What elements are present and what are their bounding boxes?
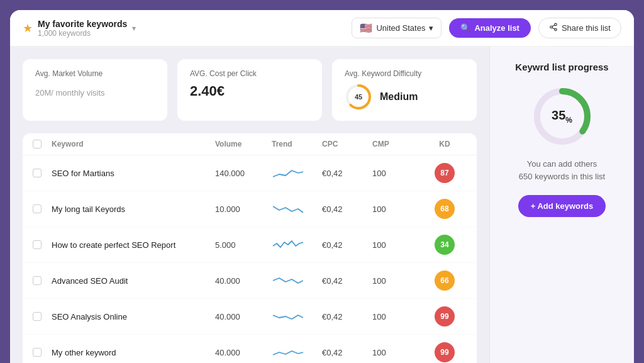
th-cpc: CPC: [322, 140, 372, 148]
cpc-cell: €0,42: [322, 240, 372, 250]
right-panel: Keywrd list progress 35% You can add oth…: [489, 47, 634, 363]
th-kd: KD: [423, 140, 467, 148]
row-checkbox[interactable]: [33, 169, 42, 177]
cmp-cell: 100: [372, 240, 423, 250]
volume-cell: 40.000: [215, 276, 272, 286]
row-checkbox[interactable]: [33, 204, 42, 213]
flag-icon: 🇺🇸: [360, 22, 372, 34]
list-text: My favorite keywords 1,000 keywords: [38, 19, 127, 38]
kd-badge: 99: [435, 342, 455, 362]
row-checkbox[interactable]: [33, 312, 42, 321]
analyze-label: Analyze list: [474, 23, 519, 33]
share-label: Share this list: [562, 23, 611, 33]
svg-line-3: [552, 28, 555, 29]
svg-point-0: [555, 23, 557, 26]
difficulty-card: Avg. Keyword Difficulty 45 Medium: [332, 59, 477, 121]
kd-badge: 87: [435, 163, 455, 183]
progress-ring-container: 35%: [531, 85, 594, 148]
th-trend: Trend: [272, 140, 322, 148]
volume-cell: 10.000: [215, 204, 272, 214]
table-row: My other keyword 40.000 €0,42 100 99: [23, 335, 477, 363]
keywords-table: Keyword Volume Trend CPC CMP KD SEO for …: [23, 133, 477, 363]
table-row: How to create perfect SEO Report 5.000 €…: [23, 227, 477, 263]
row-checkbox[interactable]: [33, 276, 42, 285]
cpc-cell: €0,42: [322, 276, 372, 286]
progress-title: Keywrd list progress: [515, 62, 608, 72]
table-row: SEO Analysis Online 40.000 €0,42 100 99: [23, 299, 477, 335]
country-selector[interactable]: 🇺🇸 United States ▾: [352, 18, 441, 38]
cpc-cell: €0,42: [322, 312, 372, 321]
table-header: Keyword Volume Trend CPC CMP KD: [23, 133, 477, 155]
difficulty-level: Medium: [380, 91, 418, 103]
content: Avg. Market Volume 20M/ monthly visits A…: [10, 47, 634, 363]
th-cmp: CMP: [372, 140, 423, 148]
th-volume: Volume: [215, 140, 272, 148]
progress-percent: 35%: [552, 108, 572, 125]
trend-cell: [272, 345, 322, 360]
svg-line-4: [552, 25, 555, 26]
difficulty-label: Avg. Keyword Difficulty: [345, 69, 464, 78]
volume-cell: 40.000: [215, 348, 272, 357]
keyword-name: How to create perfect SEO Report: [52, 240, 215, 250]
progress-description: You can add others650 keywords in this l…: [519, 158, 605, 182]
cpc-cell: €0,42: [322, 169, 372, 178]
cmp-cell: 100: [372, 348, 423, 357]
cmp-cell: 100: [372, 204, 423, 214]
search-icon: 🔍: [460, 23, 470, 33]
cmp-cell: 100: [372, 276, 423, 286]
keyword-name: SEO Analysis Online: [52, 312, 215, 321]
list-dropdown-icon[interactable]: ▾: [132, 24, 136, 33]
row-checkbox[interactable]: [33, 348, 42, 357]
country-chevron-icon: ▾: [429, 23, 433, 33]
analyze-button[interactable]: 🔍 Analyze list: [449, 18, 531, 38]
row-checkbox[interactable]: [33, 240, 42, 249]
svg-point-2: [555, 28, 557, 31]
th-keyword: Keyword: [52, 140, 215, 148]
table-row: My long tail Keyords 10.000 €0,42 100 68: [23, 191, 477, 227]
difficulty-score: 45: [355, 93, 362, 101]
kd-badge: 99: [435, 306, 455, 327]
share-icon: [549, 23, 558, 33]
main-container: ★ My favorite keywords 1,000 keywords ▾ …: [10, 10, 634, 363]
star-icon: ★: [23, 21, 33, 35]
kd-badge: 66: [435, 271, 455, 291]
left-panel: Avg. Market Volume 20M/ monthly visits A…: [10, 47, 489, 363]
trend-cell: [272, 201, 322, 216]
list-title: My favorite keywords: [38, 19, 127, 29]
stats-row: Avg. Market Volume 20M/ monthly visits A…: [23, 59, 477, 121]
cmp-cell: 100: [372, 169, 423, 178]
table-row: Advanced SEO Audit 40.000 €0,42 100 66: [23, 263, 477, 299]
volume-cell: 40.000: [215, 312, 272, 321]
table-row: SEO for Martians 140.000 €0,42 100 87: [23, 155, 477, 191]
country-label: United States: [376, 23, 425, 33]
kd-badge: 34: [435, 235, 455, 255]
market-volume-value: 20M/ monthly visits: [35, 83, 155, 99]
market-volume-label: Avg. Market Volume: [35, 69, 155, 78]
kd-badge: 68: [435, 199, 455, 219]
market-volume-unit: / monthly visits: [51, 88, 104, 98]
share-button[interactable]: Share this list: [538, 18, 621, 38]
add-keywords-label: + Add keywords: [531, 201, 594, 211]
cmp-cell: 100: [372, 312, 423, 321]
keyword-name: Advanced SEO Audit: [52, 276, 215, 286]
keyword-name: SEO for Martians: [52, 169, 215, 178]
market-volume-card: Avg. Market Volume 20M/ monthly visits: [23, 59, 167, 121]
select-all-checkbox[interactable]: [33, 140, 42, 148]
trend-cell: [272, 165, 322, 181]
volume-cell: 140.000: [215, 169, 272, 178]
difficulty-ring: 45: [345, 83, 372, 111]
header: ★ My favorite keywords 1,000 keywords ▾ …: [10, 10, 634, 47]
difficulty-display: 45 Medium: [345, 83, 464, 111]
add-keywords-button[interactable]: + Add keywords: [518, 195, 606, 217]
keyword-name: My other keyword: [52, 348, 215, 357]
trend-cell: [272, 273, 322, 288]
trend-cell: [272, 309, 322, 324]
svg-point-1: [550, 26, 553, 28]
cpc-value: 2.40€: [190, 83, 309, 99]
keyword-name: My long tail Keyords: [52, 204, 215, 214]
cpc-cell: €0,42: [322, 348, 372, 357]
volume-cell: 5.000: [215, 240, 272, 250]
cpc-label: AVG. Cost per Click: [190, 69, 309, 78]
cpc-cell: €0,42: [322, 204, 372, 214]
list-info: ★ My favorite keywords 1,000 keywords ▾: [23, 19, 344, 38]
